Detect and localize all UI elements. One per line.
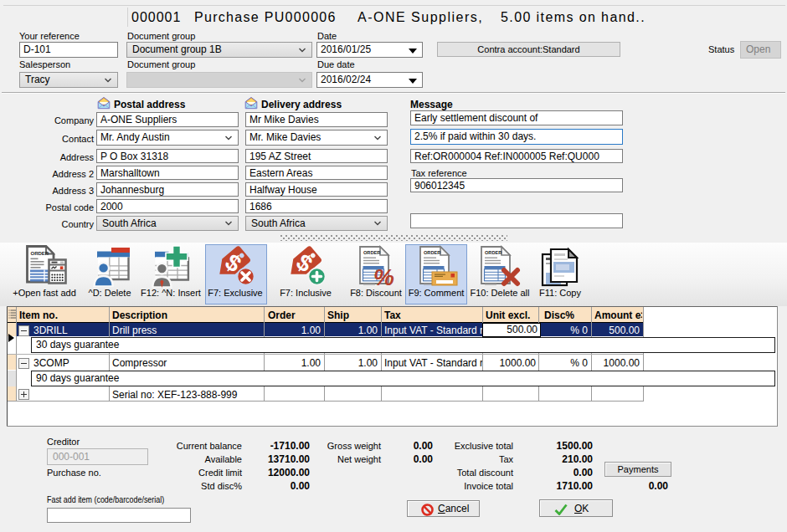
svg-text:ORDER: ORDER: [363, 250, 380, 255]
svg-text:ORDER: ORDER: [31, 251, 49, 256]
svg-text:ORDER: ORDER: [424, 250, 440, 255]
svg-text:ORDER: ORDER: [485, 250, 502, 255]
svg-text:%: %: [373, 264, 394, 287]
